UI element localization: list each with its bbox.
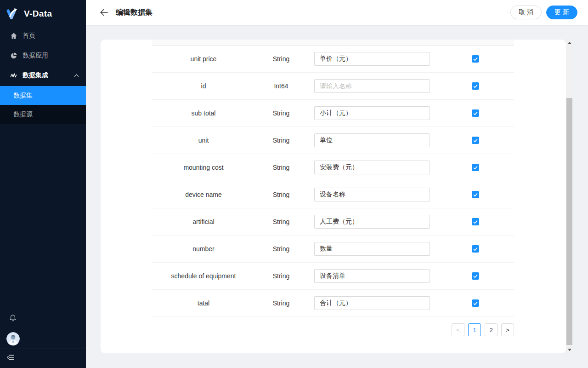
edit-dataset-card: unit price String id Int64 sub total Str… <box>101 40 566 353</box>
table-row: artificial String <box>152 208 514 236</box>
field-name: number <box>152 245 255 253</box>
pagination-page-1[interactable]: 1 <box>468 323 481 336</box>
page-title: 编辑数据集 <box>116 8 153 17</box>
sidebar-divider <box>0 349 86 349</box>
vertical-scrollbar[interactable] <box>566 40 573 353</box>
sidebar-item-label: 数据集成 <box>23 71 48 80</box>
field-alias-input[interactable] <box>314 106 430 120</box>
table-row: tatal String <box>152 290 514 317</box>
topbar-actions: 取 消 更 新 <box>510 6 577 19</box>
field-name: sub total <box>152 109 255 117</box>
field-name: id <box>152 82 255 90</box>
sidebar-item-label: 数据源 <box>13 110 33 119</box>
logo-icon <box>6 7 20 21</box>
sidebar-item-data-apps[interactable]: 数据应用 <box>0 46 86 65</box>
field-name: schedule of equipment <box>152 272 255 280</box>
field-name: artificial <box>152 218 255 225</box>
sidebar: V-Data 首页 数据应用 数据集成 数据集 <box>0 0 86 368</box>
main-area: 编辑数据集 取 消 更 新 unit price String id Int64 <box>86 0 588 368</box>
field-name: tatal <box>152 299 255 307</box>
field-type: String <box>255 55 307 63</box>
field-alias-input[interactable] <box>314 133 430 147</box>
content: unit price String id Int64 sub total Str… <box>86 25 588 368</box>
row-checkbox[interactable] <box>472 137 479 144</box>
row-checkbox[interactable] <box>472 191 479 198</box>
fields-table: unit price String id Int64 sub total Str… <box>152 40 514 317</box>
field-alias-input[interactable] <box>314 52 430 66</box>
field-alias-input[interactable] <box>314 161 430 174</box>
table-row: id Int64 <box>152 73 514 100</box>
sidebar-item-label: 数据集 <box>13 92 33 100</box>
row-checkbox[interactable] <box>472 218 479 225</box>
field-type: String <box>255 164 307 171</box>
table-row: device name String <box>152 181 514 208</box>
table-row: mounting cost String <box>152 154 514 181</box>
table-row: unit String <box>152 127 514 154</box>
scrollbar-thumb[interactable] <box>566 98 572 345</box>
field-type: String <box>255 137 307 144</box>
sidebar-item-datasource[interactable]: 数据源 <box>0 105 86 124</box>
row-checkbox[interactable] <box>472 109 479 117</box>
logo-text: V-Data <box>24 9 52 19</box>
field-name: unit <box>152 137 255 144</box>
field-type: String <box>255 191 307 198</box>
field-alias-input[interactable] <box>314 269 430 283</box>
table-row: schedule of equipment String <box>152 263 514 290</box>
scroll-up-arrow-icon[interactable] <box>566 40 573 46</box>
field-alias-input[interactable] <box>314 188 430 201</box>
field-type: String <box>255 245 307 253</box>
row-checkbox[interactable] <box>472 164 479 171</box>
row-checkbox[interactable] <box>472 245 479 253</box>
pagination: < 1 2 > <box>101 323 514 336</box>
table-row: sub total String <box>152 100 514 127</box>
pagination-prev-button[interactable]: < <box>452 323 464 336</box>
back-arrow-icon[interactable] <box>100 9 108 16</box>
update-button[interactable]: 更 新 <box>546 6 577 19</box>
scroll-down-arrow-icon[interactable] <box>566 346 573 353</box>
field-name: unit price <box>152 55 255 63</box>
field-alias-input[interactable] <box>314 296 430 310</box>
app-logo[interactable]: V-Data <box>0 0 86 27</box>
field-alias-input[interactable] <box>314 242 430 256</box>
pagination-next-button[interactable]: > <box>501 323 514 336</box>
sidebar-item-label: 首页 <box>23 32 35 40</box>
row-checkbox[interactable] <box>472 55 479 63</box>
field-alias-input[interactable] <box>314 215 430 229</box>
table-row: unit price String <box>152 46 514 73</box>
sidebar-submenu: 数据集 数据源 <box>0 86 86 124</box>
topbar: 编辑数据集 取 消 更 新 <box>86 0 588 25</box>
table-header-strip <box>152 40 514 46</box>
field-name: device name <box>152 191 255 198</box>
field-type: String <box>255 109 307 117</box>
chevron-up-icon <box>74 74 79 77</box>
pagination-page-2[interactable]: 2 <box>485 323 498 336</box>
menu-fold-icon[interactable] <box>6 354 14 363</box>
sidebar-item-label: 数据应用 <box>23 52 48 60</box>
cancel-button[interactable]: 取 消 <box>510 6 542 19</box>
row-checkbox[interactable] <box>472 82 479 90</box>
home-icon <box>10 32 17 40</box>
field-type: String <box>255 272 307 280</box>
sidebar-nav: 首页 数据应用 数据集成 数据集 数据源 <box>0 27 86 124</box>
sidebar-item-dataset[interactable]: 数据集 <box>0 86 86 105</box>
sidebar-item-home[interactable]: 首页 <box>0 27 86 45</box>
pulse-icon <box>10 72 17 79</box>
row-checkbox[interactable] <box>472 272 479 280</box>
field-name: mounting cost <box>152 164 255 171</box>
avatar[interactable] <box>6 332 20 345</box>
field-type: String <box>255 218 307 225</box>
row-checkbox[interactable] <box>472 299 479 307</box>
field-type: String <box>255 299 307 307</box>
field-type: Int64 <box>255 82 307 90</box>
sidebar-item-data-integration[interactable]: 数据集成 <box>0 66 86 85</box>
pie-chart-icon <box>10 52 17 59</box>
field-alias-input[interactable] <box>314 79 430 93</box>
bell-icon[interactable] <box>9 314 17 324</box>
table-row: number String <box>152 236 514 263</box>
